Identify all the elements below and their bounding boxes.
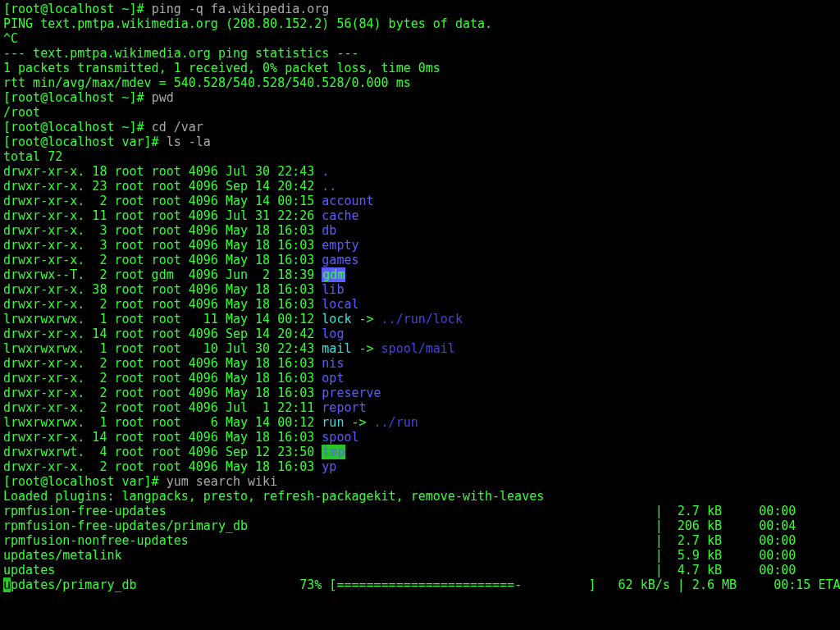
terminal-line: [root@localhost ~]# pwd bbox=[3, 90, 837, 105]
terminal-line: drwxr-xr-x. 2 root root 4096 May 18 16:0… bbox=[3, 386, 837, 400]
terminal-line: [root@localhost var]# ls -la bbox=[3, 135, 837, 149]
terminal-line: rtt min/avg/max/mdev = 540.528/540.528/5… bbox=[3, 75, 837, 90]
terminal-line: [root@localhost ~]# cd /var bbox=[3, 120, 837, 135]
terminal-line: drwxr-xr-x. 11 root root 4096 Jul 31 22:… bbox=[3, 208, 837, 223]
terminal-line: drwxr-xr-x. 2 root root 4096 May 18 16:0… bbox=[3, 297, 837, 312]
terminal-line: drwxrwxrwt. 4 root root 4096 Sep 12 23:5… bbox=[3, 445, 837, 459]
terminal-line: drwxr-xr-x. 23 root root 4096 Sep 14 20:… bbox=[3, 179, 837, 194]
terminal-line: drwxr-xr-x. 2 root root 4096 May 18 16:0… bbox=[3, 253, 837, 267]
terminal-line: drwxr-xr-x. 14 root root 4096 Sep 14 20:… bbox=[3, 326, 837, 341]
terminal-line: drwxr-xr-x. 2 root root 4096 May 18 16:0… bbox=[3, 371, 837, 386]
terminal-line: /root bbox=[3, 105, 837, 120]
terminal-line: [root@localhost ~]# ping -q fa.wikipedia… bbox=[3, 2, 837, 16]
terminal-line: lrwxrwxrwx. 1 root root 10 Jul 30 22:43 … bbox=[3, 341, 837, 356]
terminal-line: total 72 bbox=[3, 149, 837, 164]
terminal-line: PING text.pmtpa.wikimedia.org (208.80.15… bbox=[3, 16, 837, 31]
terminal-line: drwxr-xr-x. 2 root root 4096 May 18 16:0… bbox=[3, 459, 837, 474]
terminal-line: Loaded plugins: langpacks, presto, refre… bbox=[3, 489, 837, 504]
terminal-line: lrwxrwxrwx. 1 root root 6 May 14 00:12 r… bbox=[3, 415, 837, 430]
terminal-line: rpmfusion-nonfree-updates | 2.7 kB 00:00 bbox=[3, 533, 837, 548]
terminal-line: updates/primary_db 73% [================… bbox=[3, 578, 837, 592]
terminal-line: --- text.pmtpa.wikimedia.org ping statis… bbox=[3, 46, 837, 61]
terminal-line: drwxr-xr-x. 3 root root 4096 May 18 16:0… bbox=[3, 223, 837, 238]
terminal-line: ^C bbox=[3, 31, 837, 46]
terminal-line: drwxr-xr-x. 3 root root 4096 May 18 16:0… bbox=[3, 238, 837, 253]
terminal-line: drwxr-xr-x. 2 root root 4096 May 18 16:0… bbox=[3, 356, 837, 371]
terminal-line: updates/metalink | 5.9 kB 00:00 bbox=[3, 548, 837, 563]
terminal-line: drwxr-xr-x. 38 root root 4096 May 18 16:… bbox=[3, 282, 837, 297]
terminal-line: drwxr-xr-x. 18 root root 4096 Jul 30 22:… bbox=[3, 164, 837, 179]
terminal-line: updates | 4.7 kB 00:00 bbox=[3, 563, 837, 578]
terminal-line: rpmfusion-free-updates/primary_db | 206 … bbox=[3, 518, 837, 533]
terminal-line: drwxr-xr-x. 2 root root 4096 May 14 00:1… bbox=[3, 194, 837, 208]
terminal-line: rpmfusion-free-updates | 2.7 kB 00:00 bbox=[3, 504, 837, 518]
terminal-line: drwxrwx--T. 2 root gdm 4096 Jun 2 18:39 … bbox=[3, 267, 837, 282]
terminal-line: [root@localhost var]# yum search wiki bbox=[3, 474, 837, 489]
terminal-line: lrwxrwxrwx. 1 root root 11 May 14 00:12 … bbox=[3, 312, 837, 326]
terminal-line: drwxr-xr-x. 2 root root 4096 Jul 1 22:11… bbox=[3, 400, 837, 415]
terminal-line: drwxr-xr-x. 14 root root 4096 May 18 16:… bbox=[3, 430, 837, 445]
terminal-output[interactable]: [root@localhost ~]# ping -q fa.wikipedia… bbox=[0, 0, 840, 594]
terminal-line: 1 packets transmitted, 1 received, 0% pa… bbox=[3, 61, 837, 75]
